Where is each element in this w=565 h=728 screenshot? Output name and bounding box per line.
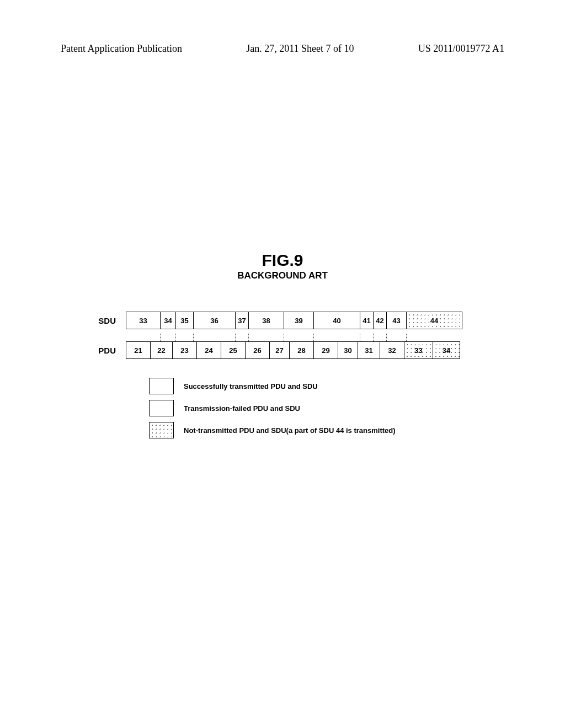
legend: Successfully transmitted PDU and SDU Tra… bbox=[149, 378, 396, 444]
pdu-cell-33: 33 bbox=[404, 342, 433, 358]
sdu-cell-33: 33 bbox=[126, 312, 161, 329]
sdu-cell-39: 39 bbox=[284, 312, 314, 329]
sdu-cell-37: 37 bbox=[236, 312, 249, 329]
sdu-cell-43: 43 bbox=[387, 312, 407, 329]
pdu-cell-21: 21 bbox=[126, 342, 151, 358]
sdu-cell-38: 38 bbox=[249, 312, 284, 329]
mapping-line bbox=[386, 334, 387, 341]
mapping-line bbox=[160, 334, 161, 341]
sdu-pdu-diagram: SDU 333435363738394041424344 PDU 2122232… bbox=[83, 312, 480, 363]
legend-success-label: Successfully transmitted PDU and SDU bbox=[184, 382, 318, 390]
pdu-row: PDU 2122232425262728293031323334 bbox=[83, 341, 480, 359]
pdu-cell-24: 24 bbox=[197, 342, 221, 358]
header-center: Jan. 27, 2011 Sheet 7 of 10 bbox=[246, 43, 354, 55]
legend-success: Successfully transmitted PDU and SDU bbox=[149, 378, 396, 394]
legend-not-transmitted-label: Not-transmitted PDU and SDU(a part of SD… bbox=[184, 426, 396, 435]
pdu-cells: 2122232425262728293031323334 bbox=[126, 341, 460, 359]
sdu-cell-36: 36 bbox=[194, 312, 236, 329]
mapping-line bbox=[175, 334, 176, 341]
header-left: Patent Application Publication bbox=[61, 43, 182, 55]
pdu-cell-29: 29 bbox=[314, 342, 338, 358]
figure-subtitle: BACKGROUND ART bbox=[0, 270, 565, 281]
pdu-label: PDU bbox=[83, 346, 126, 355]
figure-number: FIG.9 bbox=[0, 251, 565, 270]
mapping-line bbox=[235, 334, 236, 341]
sdu-cell-40: 40 bbox=[314, 312, 360, 329]
mapping-line bbox=[406, 334, 407, 341]
mapping-line bbox=[360, 334, 360, 341]
sdu-cell-34: 34 bbox=[161, 312, 176, 329]
legend-failed-label: Transmission-failed PDU and SDU bbox=[184, 404, 300, 413]
mapping-line bbox=[284, 334, 284, 341]
header-right: US 2011/0019772 A1 bbox=[418, 43, 504, 55]
legend-failed: Transmission-failed PDU and SDU bbox=[149, 400, 396, 416]
pdu-cell-27: 27 bbox=[270, 342, 290, 358]
pdu-cell-23: 23 bbox=[173, 342, 197, 358]
sdu-row: SDU 333435363738394041424344 bbox=[83, 312, 480, 329]
sdu-cell-35: 35 bbox=[176, 312, 194, 329]
sdu-cell-44: 44 bbox=[407, 312, 462, 329]
sdu-cell-41: 41 bbox=[360, 312, 374, 329]
swatch-not-transmitted bbox=[149, 422, 174, 438]
swatch-failed bbox=[149, 400, 174, 416]
mapping-line bbox=[313, 334, 314, 341]
sdu-cell-42: 42 bbox=[374, 312, 387, 329]
swatch-success bbox=[149, 378, 174, 394]
mapping-line bbox=[193, 334, 194, 341]
pdu-cell-34: 34 bbox=[433, 342, 460, 358]
pdu-cell-30: 30 bbox=[338, 342, 358, 358]
legend-not-transmitted: Not-transmitted PDU and SDU(a part of SD… bbox=[149, 422, 396, 438]
page-header: Patent Application Publication Jan. 27, … bbox=[61, 43, 504, 55]
pdu-cell-28: 28 bbox=[290, 342, 314, 358]
pdu-cell-32: 32 bbox=[380, 342, 404, 358]
mapping-lines bbox=[126, 334, 461, 341]
pdu-cell-22: 22 bbox=[151, 342, 173, 358]
pdu-cell-31: 31 bbox=[358, 342, 380, 358]
mapping-line bbox=[373, 334, 374, 341]
mapping-line bbox=[248, 334, 249, 341]
pdu-cell-26: 26 bbox=[246, 342, 270, 358]
pdu-cell-25: 25 bbox=[221, 342, 246, 358]
sdu-label: SDU bbox=[83, 316, 126, 325]
sdu-cells: 333435363738394041424344 bbox=[126, 312, 462, 329]
